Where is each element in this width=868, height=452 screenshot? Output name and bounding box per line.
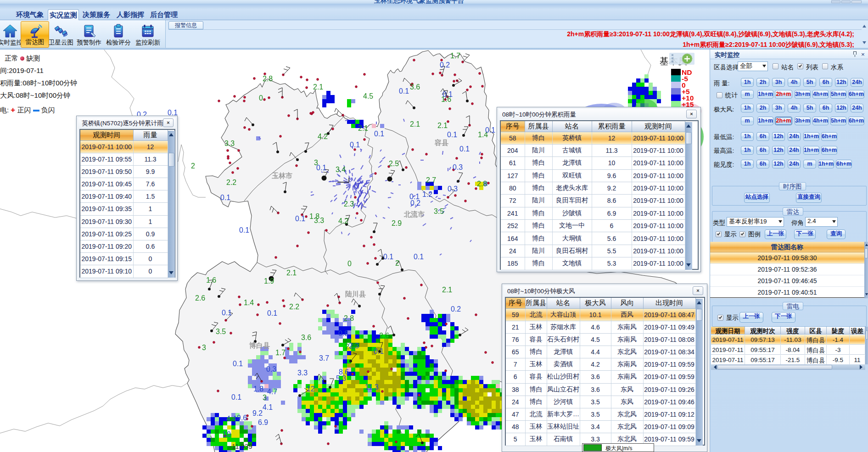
- svg-text:0.2: 0.2: [440, 61, 450, 69]
- svg-text:1.4: 1.4: [244, 299, 254, 307]
- svg-text:玉林市: 玉林市: [272, 172, 292, 179]
- svg-text:0.1: 0.1: [233, 360, 243, 368]
- svg-text:0.1: 0.1: [374, 347, 384, 355]
- svg-text:0.2: 0.2: [451, 305, 461, 313]
- svg-text:3.5: 3.5: [216, 328, 226, 335]
- svg-text:3.6: 3.6: [410, 83, 420, 91]
- svg-text:0.1: 0.1: [447, 131, 457, 139]
- svg-text:3: 3: [263, 394, 267, 402]
- svg-text:10: 10: [223, 430, 231, 438]
- svg-text:0.2: 0.2: [410, 199, 420, 207]
- svg-text:6.9: 6.9: [258, 419, 268, 426]
- svg-text:0.1: 0.1: [485, 126, 495, 134]
- svg-text:4.7: 4.7: [267, 388, 277, 396]
- svg-text:2.2: 2.2: [289, 303, 299, 311]
- svg-text:3.3: 3.3: [297, 369, 308, 377]
- svg-text:2.6: 2.6: [379, 332, 389, 340]
- svg-text:2.5: 2.5: [389, 160, 399, 167]
- svg-text:0.1: 0.1: [399, 87, 409, 95]
- svg-text:0.3: 0.3: [266, 365, 276, 373]
- svg-text:0.1: 0.1: [295, 215, 305, 223]
- svg-text:9.6: 9.6: [237, 414, 247, 422]
- svg-text:1.2: 1.2: [422, 190, 432, 198]
- svg-text:0.3: 0.3: [448, 185, 458, 193]
- svg-text:2.8: 2.8: [344, 314, 354, 322]
- svg-text:3.3: 3.3: [224, 140, 235, 147]
- svg-text:3: 3: [202, 344, 206, 352]
- svg-text:9.2: 9.2: [252, 409, 263, 417]
- svg-text:2: 2: [191, 162, 195, 170]
- svg-text:0.1: 0.1: [442, 90, 453, 98]
- svg-text:2.1: 2.1: [358, 124, 368, 132]
- svg-text:0: 0: [259, 94, 263, 102]
- svg-text:4.5: 4.5: [363, 92, 373, 100]
- svg-text:-11.039: -11.039: [230, 442, 252, 450]
- svg-text:北流市: 北流市: [403, 210, 425, 218]
- svg-text:2.1: 2.1: [313, 83, 323, 91]
- svg-text:4.2: 4.2: [338, 217, 348, 225]
- svg-text:2.6: 2.6: [195, 294, 205, 302]
- svg-text:4.4: 4.4: [226, 415, 236, 423]
- svg-text:容县: 容县: [434, 139, 448, 146]
- svg-text:2.1: 2.1: [286, 269, 297, 277]
- svg-text:陆川县: 陆川县: [345, 290, 366, 298]
- svg-text:3.5: 3.5: [434, 207, 444, 215]
- svg-text:0.1: 0.1: [222, 309, 232, 317]
- svg-text:0.3: 0.3: [453, 163, 463, 171]
- svg-text:0.8: 0.8: [338, 329, 348, 337]
- svg-text:12: 12: [307, 385, 315, 393]
- svg-text:0.1: 0.1: [231, 393, 241, 401]
- svg-text:5.3: 5.3: [336, 374, 346, 382]
- svg-text:0.1: 0.1: [350, 141, 360, 149]
- svg-text:4.2: 4.2: [318, 133, 328, 140]
- svg-text:2.1: 2.1: [442, 286, 452, 294]
- svg-text:3.4: 3.4: [336, 166, 346, 173]
- svg-text:0.1: 0.1: [414, 253, 424, 261]
- svg-text:2.3: 2.3: [344, 200, 354, 208]
- svg-text:1.8: 1.8: [253, 385, 263, 393]
- svg-text:1.8: 1.8: [309, 212, 319, 220]
- svg-text:1.6: 1.6: [206, 276, 216, 284]
- svg-text:2.7: 2.7: [426, 176, 436, 184]
- svg-text:2.3: 2.3: [349, 342, 359, 350]
- svg-text:2.8: 2.8: [263, 75, 273, 83]
- svg-text:3.6: 3.6: [301, 334, 311, 341]
- svg-text:1.7: 1.7: [450, 52, 460, 60]
- svg-text:4.1: 4.1: [263, 403, 273, 411]
- svg-text:0.1: 0.1: [383, 253, 393, 261]
- svg-text:0: 0: [347, 260, 352, 268]
- svg-text:0.1: 0.1: [239, 226, 249, 234]
- svg-text:3.7: 3.7: [319, 354, 329, 362]
- svg-text:2.1: 2.1: [437, 122, 448, 129]
- svg-text:2.8: 2.8: [477, 180, 487, 188]
- svg-text:2: 2: [395, 259, 399, 267]
- svg-text:0.1: 0.1: [220, 194, 230, 201]
- svg-text:2.1: 2.1: [410, 120, 420, 128]
- svg-text:0.1: 0.1: [316, 164, 326, 172]
- svg-text:0.1: 0.1: [374, 130, 384, 138]
- svg-text:博白县: 博白县: [249, 341, 270, 349]
- svg-text:11.3: 11.3: [365, 383, 379, 391]
- svg-text:0.1: 0.1: [459, 145, 470, 153]
- svg-text:0.1: 0.1: [267, 309, 277, 317]
- svg-text:1.9: 1.9: [264, 277, 274, 285]
- svg-text:2.9: 2.9: [392, 219, 402, 227]
- svg-text:1.7: 1.7: [275, 349, 286, 357]
- svg-text:2.2: 2.2: [226, 179, 236, 186]
